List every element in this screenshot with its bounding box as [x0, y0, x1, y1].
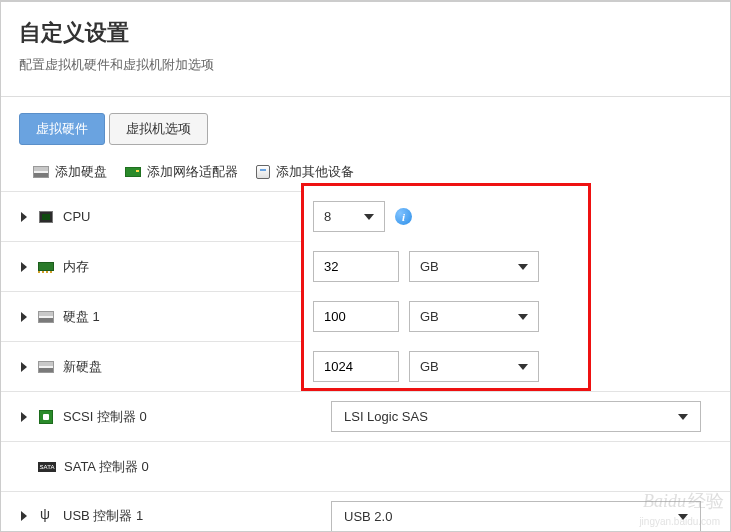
page-subtitle: 配置虚拟机硬件和虚拟机附加选项	[19, 56, 712, 74]
expand-icon[interactable]	[21, 312, 27, 322]
disk-icon	[38, 361, 54, 373]
memory-icon	[38, 262, 54, 271]
row-usb-controller[interactable]: USB 控制器 1	[1, 491, 301, 532]
usb-icon	[39, 509, 53, 523]
sata-icon: SATA	[38, 462, 56, 472]
tab-virtual-hardware[interactable]: 虚拟硬件	[19, 113, 105, 145]
hardware-list: CPU 内存 硬盘 1 新硬盘 SCSI 控制器 0	[1, 191, 301, 532]
divider	[1, 96, 730, 97]
caret-down-icon	[518, 364, 528, 370]
newdisk-unit: GB	[420, 359, 439, 374]
newdisk-size-input[interactable]	[313, 351, 399, 382]
disk1-size-input[interactable]	[313, 301, 399, 332]
scsi-icon	[39, 410, 53, 424]
scsi-label: SCSI 控制器 0	[63, 408, 147, 426]
memory-unit-select[interactable]: GB	[409, 251, 539, 282]
scsi-type-select[interactable]: LSI Logic SAS	[331, 401, 701, 432]
info-icon[interactable]: i	[395, 208, 412, 225]
row-cpu[interactable]: CPU	[1, 191, 301, 241]
expand-icon[interactable]	[21, 212, 27, 222]
cpu-label: CPU	[63, 209, 90, 224]
settings-grid: CPU 内存 硬盘 1 新硬盘 SCSI 控制器 0	[1, 191, 730, 532]
add-hard-disk-button[interactable]: 添加硬盘	[33, 163, 107, 181]
row-new-disk[interactable]: 新硬盘	[1, 341, 301, 391]
newdisk-label: 新硬盘	[63, 358, 102, 376]
sata-value-cell	[301, 441, 730, 491]
caret-down-icon	[518, 264, 528, 270]
caret-down-icon	[678, 514, 688, 520]
scsi-value: LSI Logic SAS	[344, 409, 428, 424]
cpu-icon	[39, 211, 53, 223]
cpu-value-cell: 8 i	[301, 191, 730, 241]
cpu-value: 8	[324, 209, 331, 224]
add-other-device-button[interactable]: 添加其他设备	[256, 163, 354, 181]
memory-label: 内存	[63, 258, 89, 276]
add-nic-label: 添加网络适配器	[147, 163, 238, 181]
tab-vm-options[interactable]: 虚拟机选项	[109, 113, 208, 145]
disk1-label: 硬盘 1	[63, 308, 100, 326]
add-network-adapter-button[interactable]: 添加网络适配器	[125, 163, 238, 181]
disk1-unit-select[interactable]: GB	[409, 301, 539, 332]
header: 自定义设置 配置虚拟机硬件和虚拟机附加选项	[1, 2, 730, 86]
usb-value-cell: USB 2.0	[301, 491, 730, 532]
toolbar: 添加硬盘 添加网络适配器 添加其他设备	[1, 145, 730, 187]
page-title: 自定义设置	[19, 18, 712, 48]
sata-label: SATA 控制器 0	[64, 458, 149, 476]
newdisk-unit-select[interactable]: GB	[409, 351, 539, 382]
caret-down-icon	[678, 414, 688, 420]
add-device-label: 添加其他设备	[276, 163, 354, 181]
network-adapter-icon	[125, 167, 141, 177]
expand-icon[interactable]	[21, 262, 27, 272]
disk-icon	[38, 311, 54, 323]
memory-size-input[interactable]	[313, 251, 399, 282]
disk1-unit: GB	[420, 309, 439, 324]
disk1-value-cell: GB	[301, 291, 730, 341]
cpu-count-select[interactable]: 8	[313, 201, 385, 232]
newdisk-value-cell: GB	[301, 341, 730, 391]
add-disk-label: 添加硬盘	[55, 163, 107, 181]
row-memory[interactable]: 内存	[1, 241, 301, 291]
expand-icon[interactable]	[21, 362, 27, 372]
usb-value: USB 2.0	[344, 509, 392, 524]
caret-down-icon	[518, 314, 528, 320]
scsi-value-cell: LSI Logic SAS	[301, 391, 730, 441]
vm-settings-dialog: 自定义设置 配置虚拟机硬件和虚拟机附加选项 虚拟硬件 虚拟机选项 添加硬盘 添加…	[0, 0, 731, 532]
memory-value-cell: GB	[301, 241, 730, 291]
row-sata-controller[interactable]: SATA SATA 控制器 0	[1, 441, 301, 491]
hardware-values: 8 i GB GB	[301, 191, 730, 532]
memory-unit: GB	[420, 259, 439, 274]
usb-type-select[interactable]: USB 2.0	[331, 501, 701, 532]
tabs: 虚拟硬件 虚拟机选项	[1, 113, 730, 145]
row-scsi-controller[interactable]: SCSI 控制器 0	[1, 391, 301, 441]
expand-icon[interactable]	[21, 511, 27, 521]
disk-icon	[33, 166, 49, 178]
expand-icon[interactable]	[21, 412, 27, 422]
usb-label: USB 控制器 1	[63, 507, 143, 525]
row-disk-1[interactable]: 硬盘 1	[1, 291, 301, 341]
caret-down-icon	[364, 214, 374, 220]
device-icon	[256, 165, 270, 179]
